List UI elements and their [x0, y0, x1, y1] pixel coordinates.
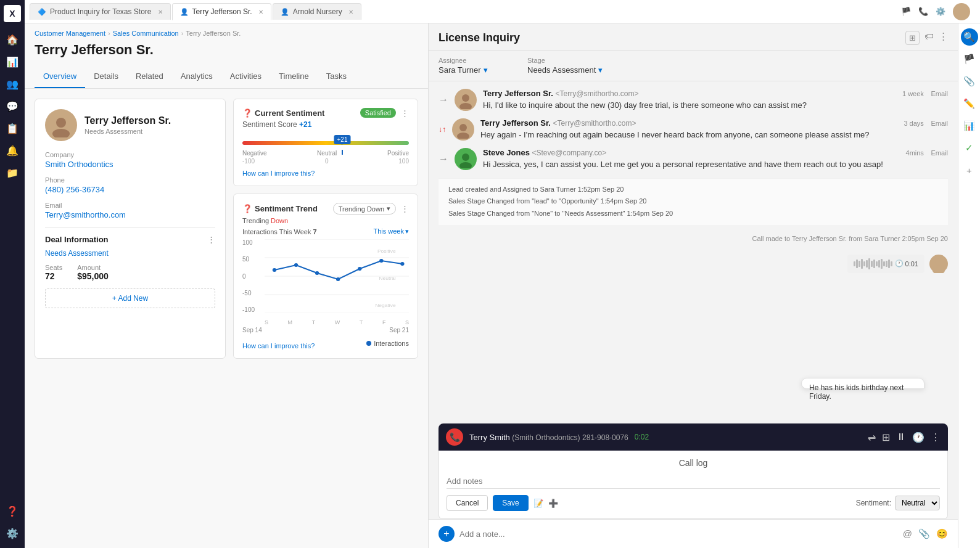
msg-text-3: Hi Jessica, yes, I can assist you. Let m…	[483, 159, 948, 170]
sentiment-score: Sentiment Score +21	[242, 120, 409, 129]
deal-seats: Seats 72	[45, 264, 62, 281]
rs-search-icon[interactable]: 🔍	[961, 28, 978, 46]
sidebar-icon-contacts[interactable]: 👥	[2, 74, 22, 94]
tab-details[interactable]: Details	[85, 65, 127, 88]
tab-timeline[interactable]: Timeline	[270, 65, 318, 88]
flag-icon[interactable]: 🏴	[901, 7, 911, 16]
rs-flag-icon[interactable]: 🏴	[961, 51, 978, 68]
pause-icon[interactable]: ⏸	[896, 431, 906, 443]
tab-close-icon[interactable]: ✕	[158, 9, 163, 15]
tab-arnold-nursery[interactable]: 👤 Arnold Nursery ✕	[273, 3, 361, 20]
header-icons: ⊞ 🏷 ⋮	[905, 31, 948, 45]
at-icon[interactable]: @	[903, 528, 912, 539]
sidebar-icon-analytics[interactable]: 📊	[2, 52, 22, 72]
msg-email-3: <Steve@company.co>	[532, 149, 607, 157]
grid-icon[interactable]: ⚙️	[936, 7, 945, 16]
msg-arrow-in: →	[439, 94, 448, 105]
app-logo[interactable]: X	[4, 5, 21, 22]
add-note-button[interactable]: +	[439, 526, 455, 542]
rs-chart-icon[interactable]: 📊	[961, 117, 978, 134]
audio-waveform[interactable]: 🕐 0:01	[847, 255, 924, 273]
keypad-icon[interactable]: ⊞	[882, 431, 890, 443]
right-panel: License Inquiry ⊞ 🏷 ⋮ Assignee Sara Turn…	[429, 23, 958, 548]
user-avatar[interactable]	[953, 3, 970, 20]
sidebar-icon-notifications[interactable]: 🔔	[2, 141, 22, 160]
improve-link[interactable]: How can I improve this?	[242, 170, 409, 177]
sentiment-dropdown[interactable]: Neutral	[895, 496, 940, 510]
format-icon[interactable]: 📝	[533, 499, 543, 508]
contact-info: Terry Jefferson Sr. Needs Assessment	[84, 115, 171, 135]
phone-icon[interactable]: 📞	[918, 7, 928, 16]
tab-product-inquiry[interactable]: 🔷 Product Inquiry for Texas Store ✕	[30, 3, 171, 20]
msg-sender-3: Steve Jones	[483, 148, 530, 157]
call-timer-icon[interactable]: 🕐	[912, 431, 924, 443]
rs-edit-icon[interactable]: ✏️	[961, 95, 978, 112]
contact-avatar	[45, 109, 77, 141]
chart-legend: Interactions	[366, 340, 409, 347]
assignee-group: Assignee Sara Turner ▾	[439, 57, 513, 75]
contact-email-field: Email Terry@smithortho.com	[45, 202, 215, 219]
breadcrumb-current: Terry Jefferson Sr.	[186, 30, 241, 37]
scan-icon[interactable]: ⊞	[905, 31, 920, 45]
tag-icon[interactable]: 🏷	[924, 31, 934, 45]
tab-close-icon[interactable]: ✕	[258, 9, 263, 15]
breadcrumb-customer-mgmt[interactable]: Customer Management	[35, 30, 105, 37]
sidebar-icon-messages[interactable]: 💬	[2, 96, 22, 116]
tab-label: Arnold Nursery	[293, 7, 342, 16]
assignee-value[interactable]: Sara Turner ▾	[439, 65, 513, 75]
rs-attachment-icon[interactable]: 📎	[961, 73, 978, 90]
trend-card: ❓ Sentiment Trend Trending Down ▾ ⋮	[233, 194, 418, 359]
help-icon: ❓	[242, 108, 252, 118]
tab-label: Terry Jefferson Sr.	[192, 7, 252, 16]
tab-activities[interactable]: Activities	[221, 65, 270, 88]
sidebar-icon-tasks[interactable]: 📋	[2, 118, 22, 138]
sentiment-menu-icon[interactable]: ⋮	[401, 108, 409, 118]
sidebar-icon-files[interactable]: 📁	[2, 163, 22, 182]
msg-type-2: Email	[931, 120, 948, 127]
tab-overview[interactable]: Overview	[35, 65, 85, 88]
rs-check-icon[interactable]: ✓	[961, 139, 978, 157]
stage-value[interactable]: Needs Assessment ▾	[527, 65, 603, 75]
tab-related[interactable]: Related	[127, 65, 172, 88]
sidebar-icon-home[interactable]: 🏠	[2, 30, 22, 49]
tab-terry-jefferson[interactable]: 👤 Terry Jefferson Sr. ✕	[172, 3, 271, 20]
emoji-icon[interactable]: 😊	[936, 528, 948, 539]
msg-text-1: Hi, I'd like to inquire about the new (3…	[483, 100, 948, 111]
trend-menu-icon[interactable]: ⋮	[401, 204, 409, 213]
stage-dropdown-icon[interactable]: ▾	[598, 65, 603, 75]
rs-add-icon[interactable]: +	[961, 162, 978, 179]
trend-improve-link[interactable]: How can I improve this?	[242, 342, 315, 350]
activity-item-3: Sales Stage Changed from "None" to "Need…	[448, 208, 938, 220]
stage-group: Stage Needs Assessment ▾	[527, 57, 603, 75]
tab-close-icon[interactable]: ✕	[348, 9, 353, 15]
add-new-button[interactable]: + Add New	[45, 288, 215, 308]
msg-type-1: Email	[931, 90, 948, 97]
trend-badge[interactable]: Trending Down ▾	[333, 203, 396, 215]
breadcrumb-sales-comm[interactable]: Sales Communication	[113, 30, 179, 37]
week-selector[interactable]: This week ▾	[373, 227, 409, 235]
tab-tasks[interactable]: Tasks	[318, 65, 355, 88]
right-sidebar: 🔍 🏴 📎 ✏️ 📊 ✓ +	[958, 23, 980, 548]
call-more-icon[interactable]: ⋮	[931, 431, 941, 443]
tab-analytics[interactable]: Analytics	[172, 65, 221, 88]
add-icon[interactable]: ➕	[548, 499, 558, 508]
nav-tabs: Overview Details Related Analytics Activ…	[25, 65, 428, 89]
contact-email-value[interactable]: Terry@smithortho.com	[45, 210, 215, 219]
deal-menu-icon[interactable]: ⋮	[207, 235, 215, 244]
call-bar-icons: ⇌ ⊞ ⏸ 🕐 ⋮	[868, 431, 941, 443]
sidebar-icon-help[interactable]: ❓	[2, 501, 22, 521]
assignee-dropdown-icon[interactable]: ▾	[484, 65, 488, 75]
sidebar-icon-settings[interactable]: ⚙️	[2, 523, 22, 543]
msg-content-3: Steve Jones <Steve@company.co> 4mins Ema…	[483, 148, 948, 170]
save-button[interactable]: Save	[493, 495, 528, 511]
contact-phone-value[interactable]: (480) 256-36734	[45, 185, 215, 194]
attachment-icon[interactable]: 📎	[918, 528, 930, 539]
call-log-input[interactable]	[447, 474, 940, 489]
contact-company-value[interactable]: Smith Orthodontics	[45, 160, 215, 169]
note-input[interactable]	[459, 530, 898, 539]
page-title: Terry Jefferson Sr.	[25, 39, 428, 65]
more-icon[interactable]: ⋮	[939, 31, 948, 45]
cancel-button[interactable]: Cancel	[447, 495, 488, 511]
transfer-icon[interactable]: ⇌	[868, 431, 876, 443]
contact-header: Terry Jefferson Sr. Needs Assessment	[45, 109, 215, 141]
